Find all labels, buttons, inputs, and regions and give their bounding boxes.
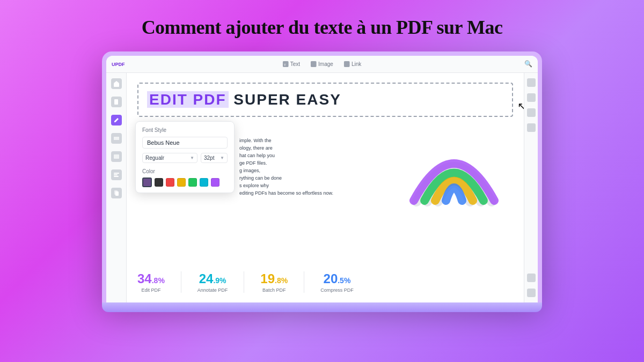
size-chevron: ▼ <box>220 156 224 160</box>
style-chevron: ▼ <box>190 156 194 160</box>
text-tool-btn[interactable]: T Text <box>283 61 300 67</box>
link-tool-btn[interactable]: Link <box>344 61 361 67</box>
color-swatch-cyan[interactable] <box>200 178 208 187</box>
text-icon: T <box>283 61 289 67</box>
stat-batch-number: 19.8% <box>260 271 288 286</box>
stat-divider-1 <box>181 271 181 293</box>
font-popup-title: Font Style <box>142 127 228 133</box>
stat-edit-label: Edit PDF <box>137 287 165 293</box>
stat-compress-pdf: 20.5% Compress PDF <box>320 271 354 293</box>
wifi-graphic <box>400 116 508 225</box>
svg-rect-9 <box>114 174 118 175</box>
pdf-header-box[interactable]: EDIT PDF SUPER EASY ↖ <box>137 83 513 117</box>
svg-rect-8 <box>114 173 119 174</box>
pages-icon <box>113 190 120 196</box>
pdf-title: EDIT PDF SUPER EASY <box>147 91 341 108</box>
svg-rect-7 <box>114 154 119 159</box>
color-label: Color <box>142 168 228 174</box>
svg-rect-2 <box>311 61 317 67</box>
right-page-mode[interactable] <box>527 108 536 117</box>
stat-compress-number: 20.5% <box>320 271 354 286</box>
pdf-title-part2: SUPER EASY <box>229 91 341 108</box>
stat-divider-2 <box>244 271 244 293</box>
sidebar-home[interactable] <box>111 78 122 89</box>
right-download[interactable] <box>527 274 536 282</box>
svg-rect-3 <box>344 61 350 67</box>
stat-divider-3 <box>304 271 304 293</box>
color-swatch-black[interactable] <box>155 178 163 187</box>
form-icon <box>113 172 120 178</box>
color-swatch-red[interactable] <box>166 178 174 187</box>
pdf-body-text: imple. With the ology, there are hat can… <box>239 137 352 197</box>
sidebar-pages[interactable] <box>111 188 122 198</box>
toolbar-right: 🔍 <box>524 60 532 68</box>
font-name-display[interactable]: Bebus Neue <box>142 137 228 149</box>
stat-batch-label: Batch PDF <box>260 287 288 293</box>
sidebar-left <box>106 73 127 302</box>
right-zoom-in[interactable] <box>527 78 536 87</box>
font-controls: Regualr ▼ 32pt ▼ <box>142 153 228 163</box>
laptop-container: UPDF T Text Image <box>102 51 542 312</box>
app-logo: UPDF <box>112 62 125 67</box>
image-icon <box>311 61 317 67</box>
pdf-title-part1: EDIT PDF <box>147 91 229 108</box>
app-titlebar: UPDF T Text Image <box>106 56 538 73</box>
svg-rect-6 <box>114 99 118 105</box>
color-swatch-yellow[interactable] <box>177 178 186 187</box>
sidebar-file[interactable] <box>111 97 122 107</box>
main-pdf-area: EDIT PDF SUPER EASY ↖ Font Style Bebus N… <box>127 73 524 302</box>
color-swatch-violet[interactable] <box>211 178 219 187</box>
page-title: Comment ajouter du texte à un PDF sur Ma… <box>142 16 503 39</box>
home-icon <box>113 80 120 87</box>
stat-edit-number: 34.8% <box>137 271 165 286</box>
stat-batch-pdf: 19.8% Batch PDF <box>260 271 288 293</box>
stat-edit-pdf: 34.8% Edit PDF <box>137 271 165 293</box>
right-scroll[interactable] <box>527 123 536 132</box>
annotate-icon <box>113 135 120 142</box>
stats-row: 34.8% Edit PDF 24.9% Annotate PDF <box>137 271 354 293</box>
font-style-popup: Font Style Bebus Neue Regualr ▼ 32pt ▼ <box>135 121 235 193</box>
link-icon <box>344 61 350 67</box>
sidebar-right <box>524 73 538 302</box>
app-content: EDIT PDF SUPER EASY ↖ Font Style Bebus N… <box>106 73 538 302</box>
wifi-arcs-svg <box>400 116 508 223</box>
font-style-select[interactable]: Regualr ▼ <box>142 153 197 163</box>
right-fit[interactable] <box>527 93 536 102</box>
svg-rect-4 <box>114 83 119 87</box>
laptop-screen-outer: UPDF T Text Image <box>102 51 542 302</box>
stat-annotate-pdf: 24.9% Annotate PDF <box>197 271 228 293</box>
svg-rect-12 <box>115 191 119 196</box>
color-swatch-purple[interactable] <box>142 178 152 187</box>
svg-rect-10 <box>114 176 119 177</box>
sidebar-form[interactable] <box>111 169 122 180</box>
svg-marker-5 <box>114 81 119 83</box>
file-icon <box>113 99 120 105</box>
edit-icon <box>113 117 120 123</box>
laptop-base <box>102 302 542 312</box>
color-swatch-green[interactable] <box>188 178 197 187</box>
laptop-screen: UPDF T Text Image <box>106 56 538 302</box>
image-sidebar-icon <box>113 153 120 160</box>
stat-compress-label: Compress PDF <box>320 287 354 293</box>
app-toolbar: T Text Image Link <box>283 61 362 67</box>
svg-text:T: T <box>284 63 287 67</box>
right-share[interactable] <box>527 289 536 297</box>
font-size-select[interactable]: 32pt ▼ <box>201 153 228 163</box>
image-tool-btn[interactable]: Image <box>311 61 333 67</box>
stat-annotate-label: Annotate PDF <box>197 287 228 293</box>
stat-annotate-number: 24.9% <box>197 271 228 286</box>
sidebar-annotate[interactable] <box>111 133 122 144</box>
sidebar-edit[interactable] <box>111 115 122 125</box>
color-swatches <box>142 178 228 187</box>
sidebar-image-tool[interactable] <box>111 151 122 162</box>
